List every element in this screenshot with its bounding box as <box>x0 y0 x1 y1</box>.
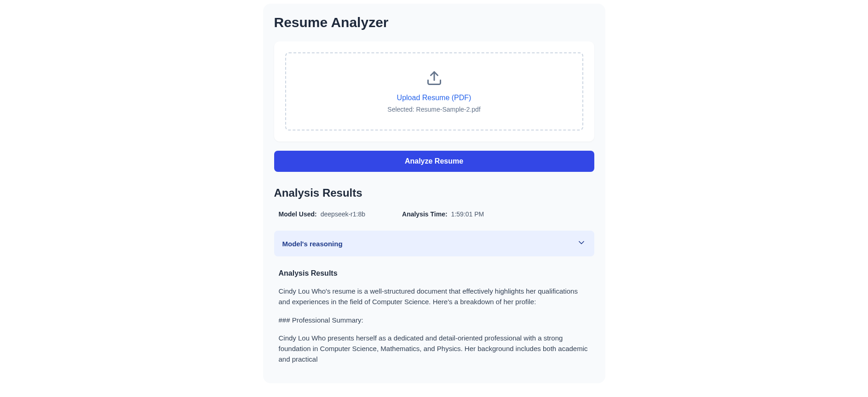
results-paragraph-1: Cindy Lou Who's resume is a well-structu… <box>279 286 590 307</box>
results-body: Analysis Results Cindy Lou Who's resume … <box>274 269 594 365</box>
analysis-time: Analysis Time: 1:59:01 PM <box>402 210 484 218</box>
upload-card: Upload Resume (PDF) Selected: Resume-Sam… <box>274 41 594 142</box>
analysis-time-value: 1:59:01 PM <box>451 210 484 218</box>
page-title: Resume Analyzer <box>274 15 594 30</box>
upload-icon <box>295 70 573 86</box>
app-container: Resume Analyzer Upload Resume (PDF) Sele… <box>263 4 605 383</box>
upload-link[interactable]: Upload Resume (PDF) <box>295 94 573 102</box>
results-paragraph-3: Cindy Lou Who presents herself as a dedi… <box>279 333 590 365</box>
results-paragraph-2: ### Professional Summary: <box>279 315 590 325</box>
model-used: Model Used: deepseek-r1:8b <box>279 210 366 218</box>
results-subheading: Analysis Results <box>279 269 590 278</box>
analyze-button[interactable]: Analyze Resume <box>274 151 594 172</box>
model-used-label: Model Used: <box>279 210 317 218</box>
analysis-time-label: Analysis Time: <box>402 210 448 218</box>
selected-filename: Resume-Sample-2.pdf <box>416 106 481 113</box>
results-heading: Analysis Results <box>274 187 594 199</box>
reasoning-label: Model's reasoning <box>282 240 343 248</box>
reasoning-toggle[interactable]: Model's reasoning <box>274 231 594 256</box>
model-used-value: deepseek-r1:8b <box>321 210 365 218</box>
results-meta: Model Used: deepseek-r1:8b Analysis Time… <box>274 210 594 218</box>
chevron-down-icon <box>577 238 586 249</box>
upload-dropzone[interactable]: Upload Resume (PDF) Selected: Resume-Sam… <box>285 52 583 130</box>
selected-prefix: Selected: <box>387 106 416 113</box>
selected-file-label: Selected: Resume-Sample-2.pdf <box>295 106 573 113</box>
